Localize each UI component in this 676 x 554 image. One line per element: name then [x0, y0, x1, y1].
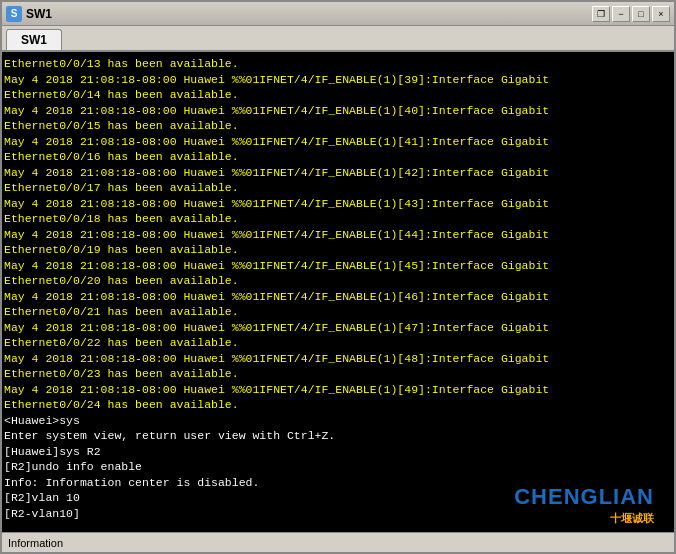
console-line: [R2]vlan 10 — [4, 490, 672, 506]
console-line: May 4 2018 21:08:18-08:00 Huawei %%01IFN… — [4, 258, 672, 274]
console-line: Ethernet0/0/23 has been available. — [4, 366, 672, 382]
console-line: Ethernet0/0/16 has been available. — [4, 149, 672, 165]
app-icon: S — [6, 6, 22, 22]
console-line: May 4 2018 21:08:18-08:00 Huawei %%01IFN… — [4, 103, 672, 119]
tab-bar: SW1 — [2, 26, 674, 52]
maximize-button[interactable]: □ — [632, 6, 650, 22]
window-title: SW1 — [26, 7, 52, 21]
close-button[interactable]: × — [652, 6, 670, 22]
status-text: Information — [8, 537, 63, 549]
console-line: Ethernet0/0/18 has been available. — [4, 211, 672, 227]
console-line: Ethernet0/0/20 has been available. — [4, 273, 672, 289]
console-line: Ethernet0/0/21 has been available. — [4, 304, 672, 320]
console-line: Info: Information center is disabled. — [4, 475, 672, 491]
minimize-button[interactable]: − — [612, 6, 630, 22]
console-output[interactable]: Ethernet0/0/13 has been available. May 4… — [2, 52, 674, 532]
console-line: Ethernet0/0/17 has been available. — [4, 180, 672, 196]
console-line: Enter system view, return user view with… — [4, 428, 672, 444]
console-line: May 4 2018 21:08:18-08:00 Huawei %%01IFN… — [4, 351, 672, 367]
console-area: Ethernet0/0/13 has been available. May 4… — [2, 52, 674, 532]
console-line: May 4 2018 21:08:18-08:00 Huawei %%01IFN… — [4, 289, 672, 305]
console-line: May 4 2018 21:08:18-08:00 Huawei %%01IFN… — [4, 227, 672, 243]
console-line: [Huawei]sys R2 — [4, 444, 672, 460]
console-line: [R2]undo info enable — [4, 459, 672, 475]
console-line: May 4 2018 21:08:18-08:00 Huawei %%01IFN… — [4, 72, 672, 88]
console-line: [R2-vlan10] — [4, 506, 672, 522]
tab-sw1[interactable]: SW1 — [6, 29, 62, 50]
console-line: May 4 2018 21:08:18-08:00 Huawei %%01IFN… — [4, 165, 672, 181]
console-line: Ethernet0/0/15 has been available. — [4, 118, 672, 134]
title-buttons: ❐ − □ × — [592, 6, 670, 22]
console-line: Ethernet0/0/19 has been available. — [4, 242, 672, 258]
console-line: May 4 2018 21:08:18-08:00 Huawei %%01IFN… — [4, 382, 672, 398]
title-bar-left: S SW1 — [6, 6, 52, 22]
restore-button[interactable]: ❐ — [592, 6, 610, 22]
console-line: Ethernet0/0/13 has been available. — [4, 56, 672, 72]
console-line: Ethernet0/0/14 has been available. — [4, 87, 672, 103]
status-bar: Information — [2, 532, 674, 552]
main-window: S SW1 ❐ − □ × SW1 Ethernet0/0/13 has bee… — [0, 0, 676, 554]
console-line: Ethernet0/0/22 has been available. — [4, 335, 672, 351]
title-bar: S SW1 ❐ − □ × — [2, 2, 674, 26]
console-line: May 4 2018 21:08:18-08:00 Huawei %%01IFN… — [4, 196, 672, 212]
console-line: May 4 2018 21:08:18-08:00 Huawei %%01IFN… — [4, 320, 672, 336]
console-line: Ethernet0/0/24 has been available. — [4, 397, 672, 413]
console-line: May 4 2018 21:08:18-08:00 Huawei %%01IFN… — [4, 134, 672, 150]
console-line: <Huawei>sys — [4, 413, 672, 429]
